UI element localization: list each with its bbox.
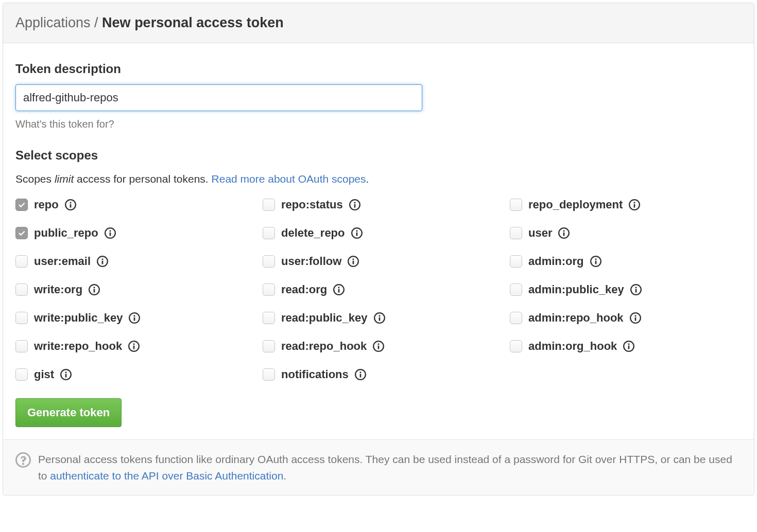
- scope-label: write:repo_hook: [34, 338, 122, 354]
- scope-checkbox[interactable]: [15, 368, 28, 381]
- scopes-desc-rest: access for personal tokens.: [74, 173, 211, 185]
- generate-token-button[interactable]: Generate token: [15, 398, 122, 427]
- scope-checkbox[interactable]: [263, 227, 275, 239]
- scope-label: repo_deployment: [528, 196, 623, 213]
- scope-label: read:org: [281, 281, 327, 298]
- scope-label: admin:repo_hook: [528, 309, 624, 326]
- select-scopes-description: Scopes limit access for personal tokens.…: [15, 171, 742, 187]
- scope-item-write-public-key[interactable]: write:public_key: [15, 309, 247, 326]
- scope-label: notifications: [281, 366, 349, 383]
- info-icon[interactable]: [355, 369, 366, 380]
- token-form-panel: Applications / New personal access token…: [3, 3, 754, 495]
- scopes-grid: reporepo:statusrepo_deploymentpublic_rep…: [15, 196, 742, 383]
- scope-item-user[interactable]: user: [510, 224, 742, 241]
- scope-item-read-public-key[interactable]: read:public_key: [263, 309, 494, 326]
- info-icon[interactable]: [374, 312, 385, 324]
- scope-checkbox[interactable]: [510, 283, 522, 296]
- scope-item-repo-deployment[interactable]: repo_deployment: [510, 196, 742, 213]
- info-icon[interactable]: [630, 284, 642, 295]
- scope-item-user-email[interactable]: user:email: [15, 253, 247, 270]
- info-icon[interactable]: [348, 256, 359, 267]
- info-icon[interactable]: [373, 341, 384, 352]
- scope-label: write:public_key: [34, 309, 123, 326]
- scope-item-admin-org[interactable]: admin:org: [510, 253, 742, 270]
- scope-checkbox[interactable]: [510, 340, 522, 352]
- scope-item-admin-repo-hook[interactable]: admin:repo_hook: [510, 309, 742, 326]
- scope-item-read-repo-hook[interactable]: read:repo_hook: [263, 338, 494, 354]
- info-icon[interactable]: [105, 227, 116, 239]
- scope-label: repo:status: [281, 196, 343, 213]
- breadcrumb-parent[interactable]: Applications: [15, 15, 91, 30]
- scope-label: admin:org: [528, 253, 584, 270]
- info-icon[interactable]: [349, 199, 360, 210]
- scope-item-admin-org-hook[interactable]: admin:org_hook: [510, 338, 742, 354]
- info-icon[interactable]: [590, 256, 601, 267]
- scope-label: admin:org_hook: [528, 338, 617, 354]
- scope-checkbox[interactable]: [263, 340, 275, 352]
- scope-item-notifications[interactable]: notifications: [263, 366, 494, 383]
- scope-item-repo-status[interactable]: repo:status: [263, 196, 494, 213]
- info-icon[interactable]: [89, 284, 100, 295]
- breadcrumb: Applications / New personal access token: [3, 3, 754, 43]
- info-icon[interactable]: [629, 199, 640, 210]
- info-icon[interactable]: [129, 312, 140, 324]
- scope-checkbox[interactable]: [15, 340, 28, 352]
- scope-label: repo: [34, 196, 59, 213]
- scope-checkbox[interactable]: [510, 199, 522, 211]
- info-icon[interactable]: [97, 256, 108, 267]
- token-description-input[interactable]: [15, 84, 422, 111]
- scope-label: read:public_key: [281, 309, 368, 326]
- info-icon[interactable]: [623, 341, 634, 352]
- scope-checkbox[interactable]: [15, 312, 28, 324]
- scope-item-write-repo-hook[interactable]: write:repo_hook: [15, 338, 247, 354]
- scope-checkbox[interactable]: [263, 255, 275, 268]
- panel-footer: Personal access tokens function like ord…: [3, 439, 754, 495]
- scope-label: public_repo: [34, 224, 98, 241]
- info-icon[interactable]: [558, 227, 570, 239]
- scope-checkbox[interactable]: [263, 199, 275, 211]
- breadcrumb-separator: /: [91, 15, 102, 30]
- scope-label: user:email: [34, 253, 91, 270]
- help-icon: [15, 452, 31, 468]
- scope-checkbox[interactable]: [15, 255, 28, 268]
- scope-label: admin:public_key: [528, 281, 624, 298]
- select-scopes-label: Select scopes: [15, 146, 742, 165]
- basic-auth-link[interactable]: authenticate to the API over Basic Authe…: [50, 470, 283, 482]
- footer-text-b: .: [283, 470, 286, 482]
- info-icon[interactable]: [333, 284, 345, 295]
- scope-label: gist: [34, 366, 54, 383]
- scope-item-public-repo[interactable]: public_repo: [15, 224, 247, 241]
- scope-item-write-org[interactable]: write:org: [15, 281, 247, 298]
- oauth-scopes-link[interactable]: Read more about OAuth scopes: [212, 173, 366, 185]
- scope-item-user-follow[interactable]: user:follow: [263, 253, 494, 270]
- scope-checkbox[interactable]: [15, 283, 28, 296]
- info-icon[interactable]: [351, 227, 363, 239]
- page-title: New personal access token: [102, 15, 284, 30]
- scope-checkbox[interactable]: [15, 199, 28, 211]
- scope-checkbox[interactable]: [263, 368, 275, 381]
- info-icon[interactable]: [128, 341, 140, 352]
- scopes-desc-prefix: Scopes: [15, 173, 55, 185]
- info-icon[interactable]: [65, 199, 76, 210]
- info-icon[interactable]: [60, 369, 72, 380]
- scope-item-gist[interactable]: gist: [15, 366, 247, 383]
- scope-checkbox[interactable]: [510, 312, 522, 324]
- scope-label: read:repo_hook: [281, 338, 367, 354]
- scope-label: user: [528, 224, 552, 241]
- scope-item-admin-public-key[interactable]: admin:public_key: [510, 281, 742, 298]
- scope-checkbox[interactable]: [510, 227, 522, 239]
- scope-item-repo[interactable]: repo: [15, 196, 247, 213]
- footer-text: Personal access tokens function like ord…: [38, 451, 742, 484]
- scope-label: write:org: [34, 281, 82, 298]
- scope-checkbox[interactable]: [263, 312, 275, 324]
- scope-label: user:follow: [281, 253, 341, 270]
- scope-checkbox[interactable]: [15, 227, 28, 239]
- scope-checkbox[interactable]: [510, 255, 522, 268]
- scope-checkbox[interactable]: [263, 283, 275, 296]
- scopes-desc-em: limit: [55, 173, 74, 185]
- scope-item-read-org[interactable]: read:org: [263, 281, 494, 298]
- token-description-label: Token description: [15, 60, 742, 78]
- info-icon[interactable]: [630, 312, 641, 324]
- scope-item-delete-repo[interactable]: delete_repo: [263, 224, 494, 241]
- scopes-desc-period: .: [366, 173, 369, 185]
